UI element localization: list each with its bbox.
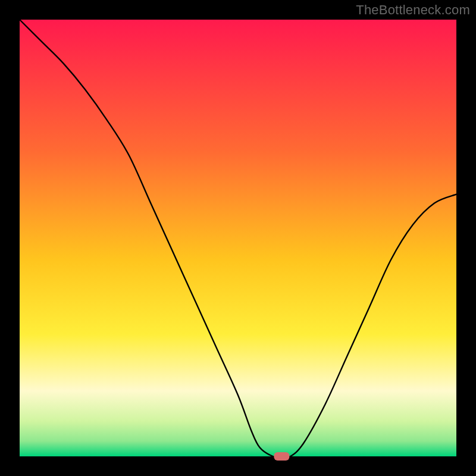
bottleneck-chart: [0, 0, 476, 476]
watermark-text: TheBottleneck.com: [356, 2, 470, 18]
chart-gradient-background: [20, 20, 456, 456]
optimal-point-marker: [274, 452, 289, 461]
